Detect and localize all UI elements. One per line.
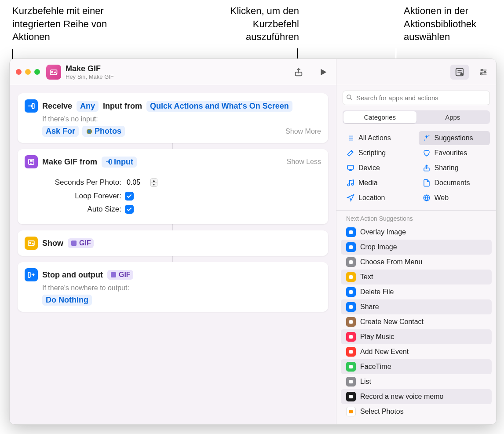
globe-icon bbox=[422, 193, 431, 202]
minimize-window-button[interactable] bbox=[25, 69, 31, 75]
suggestion-icon bbox=[346, 377, 356, 387]
photos-token[interactable]: Photos bbox=[82, 126, 125, 137]
nowhere-label: If there's nowhere to output: bbox=[42, 284, 321, 292]
photos-icon bbox=[86, 128, 93, 135]
do-nothing-token[interactable]: Do Nothing bbox=[42, 295, 92, 306]
auto-checkbox[interactable] bbox=[125, 205, 134, 214]
svg-point-21 bbox=[424, 139, 425, 140]
suggestion-label: Add New Event bbox=[360, 348, 409, 356]
seconds-input[interactable] bbox=[125, 178, 147, 187]
action-card-make-gif[interactable]: Make GIF from Input Show Less Seconds Pe… bbox=[18, 149, 328, 224]
heart-icon bbox=[422, 149, 431, 157]
suggestion-item[interactable]: Select Photos bbox=[341, 404, 492, 419]
suggestion-item[interactable]: FaceTime bbox=[341, 359, 492, 374]
suggestion-item[interactable]: Overlay Image bbox=[341, 225, 492, 240]
seconds-stepper[interactable]: ▲▼ bbox=[150, 178, 157, 187]
category-item-scripting[interactable]: Scripting bbox=[343, 146, 414, 160]
svg-point-17 bbox=[484, 71, 486, 73]
doc-icon bbox=[422, 179, 431, 187]
category-item-location[interactable]: Location bbox=[343, 191, 414, 205]
action-library-sidebar: Categories Apps All ActionsSuggestionsSc… bbox=[336, 59, 496, 424]
music-icon bbox=[346, 179, 355, 187]
action-card-stop[interactable]: Stop and output GIF If there's nowhere t… bbox=[18, 262, 328, 312]
suggestion-icon bbox=[346, 287, 356, 297]
receive-prefix: Receive bbox=[42, 102, 72, 111]
svg-rect-3 bbox=[32, 103, 34, 109]
receive-from-token[interactable]: Quick Actions and What's On Screen bbox=[146, 101, 292, 112]
action-card-show[interactable]: Show GIF bbox=[18, 230, 328, 256]
category-item-sharing[interactable]: Sharing bbox=[419, 161, 490, 175]
svg-point-25 bbox=[351, 183, 354, 186]
show-more-button[interactable]: Show More bbox=[285, 128, 321, 135]
device-icon bbox=[346, 164, 355, 172]
share-icon bbox=[422, 164, 431, 172]
suggestions-header: Next Action Suggestions bbox=[336, 210, 496, 225]
suggestion-item[interactable]: Delete File bbox=[341, 284, 492, 299]
suggestion-item[interactable]: Play Music bbox=[341, 329, 492, 344]
svg-point-6 bbox=[88, 130, 91, 133]
input-token[interactable]: Input bbox=[102, 157, 137, 168]
tab-apps[interactable]: Apps bbox=[416, 111, 489, 123]
suggestion-icon bbox=[346, 392, 356, 401]
receive-mid: input from bbox=[103, 102, 142, 111]
suggestion-item[interactable]: Add New Event bbox=[341, 344, 492, 359]
receive-any-token[interactable]: Any bbox=[77, 101, 99, 112]
category-label: All Actions bbox=[358, 134, 391, 142]
gif-output-token[interactable]: GIF bbox=[107, 270, 133, 280]
category-item-web[interactable]: Web bbox=[419, 191, 490, 205]
gif-token[interactable]: GIF bbox=[68, 238, 94, 248]
share-button[interactable] bbox=[292, 66, 305, 79]
loop-checkbox[interactable] bbox=[125, 192, 134, 201]
suggestion-item[interactable]: List bbox=[341, 374, 492, 389]
seconds-label: Seconds Per Photo: bbox=[42, 178, 121, 187]
settings-button[interactable] bbox=[478, 67, 488, 77]
svg-rect-39 bbox=[349, 410, 353, 413]
search-input[interactable] bbox=[343, 91, 490, 105]
suggestion-item[interactable]: Choose From Menu bbox=[341, 255, 492, 270]
tab-categories[interactable]: Categories bbox=[343, 111, 416, 123]
suggestion-icon bbox=[346, 362, 356, 372]
ask-for-token[interactable]: Ask For bbox=[42, 126, 79, 137]
callout-middle: Klicken, um den Kurzbefehl auszuführen bbox=[211, 4, 299, 44]
close-window-button[interactable] bbox=[16, 69, 22, 75]
suggestion-item[interactable]: Crop Image bbox=[341, 240, 492, 255]
suggestion-item[interactable]: Create New Contact bbox=[341, 314, 492, 329]
svg-rect-30 bbox=[349, 275, 353, 279]
category-item-all-actions[interactable]: All Actions bbox=[343, 131, 414, 145]
suggestion-icon bbox=[346, 317, 356, 327]
suggestion-label: Choose From Menu bbox=[360, 258, 422, 266]
svg-rect-8 bbox=[110, 160, 111, 164]
library-tabs: Categories Apps bbox=[343, 110, 490, 124]
svg-rect-37 bbox=[349, 380, 353, 383]
library-toggle-button[interactable] bbox=[450, 65, 469, 80]
suggestion-icon bbox=[346, 347, 356, 357]
suggestion-item[interactable]: Record a new voice memo bbox=[341, 389, 492, 404]
svg-point-1 bbox=[51, 71, 53, 73]
svg-point-16 bbox=[481, 69, 483, 71]
run-button[interactable] bbox=[317, 66, 330, 79]
suggestion-label: Share bbox=[360, 303, 379, 311]
make-gif-prefix: Make GIF from bbox=[42, 157, 97, 167]
suggestion-item[interactable]: Share bbox=[341, 299, 492, 314]
maximize-window-button[interactable] bbox=[34, 69, 40, 75]
svg-rect-36 bbox=[349, 365, 353, 368]
suggestion-label: FaceTime bbox=[360, 363, 391, 371]
show-icon bbox=[25, 237, 38, 250]
suggestion-icon bbox=[346, 302, 356, 312]
show-prefix: Show bbox=[42, 239, 63, 248]
suggestion-item[interactable]: Text bbox=[341, 270, 492, 284]
connector bbox=[172, 256, 173, 262]
show-less-button[interactable]: Show Less bbox=[287, 158, 321, 166]
svg-rect-12 bbox=[28, 272, 30, 277]
shortcut-icon bbox=[46, 65, 61, 80]
wand-icon bbox=[346, 149, 355, 157]
category-item-documents[interactable]: Documents bbox=[419, 176, 490, 190]
category-item-media[interactable]: Media bbox=[343, 176, 414, 190]
category-item-suggestions[interactable]: Suggestions bbox=[419, 131, 490, 145]
action-card-receive[interactable]: Receive Any input from Quick Actions and… bbox=[18, 93, 328, 143]
category-item-device[interactable]: Device bbox=[343, 161, 414, 175]
suggestion-label: Record a new voice memo bbox=[360, 393, 443, 401]
suggestion-label: List bbox=[360, 378, 371, 386]
category-item-favourites[interactable]: Favourites bbox=[419, 146, 490, 160]
connector bbox=[172, 224, 173, 230]
